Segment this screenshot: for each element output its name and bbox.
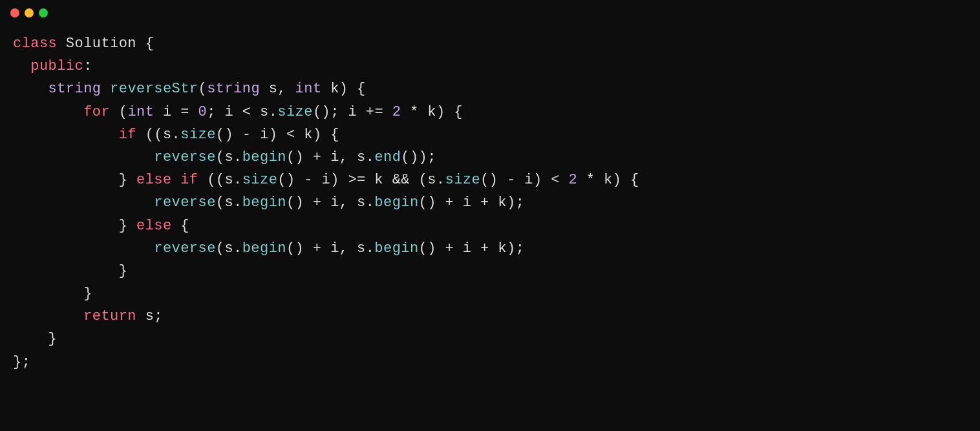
maximize-button[interactable] [39,8,48,17]
code-line-12: } [13,282,967,305]
title-bar [0,0,980,26]
code-line-11: } [13,260,967,282]
code-line-9: } else { [13,215,967,237]
code-line-8: reverse(s.begin() + i, s.begin() + i + k… [13,191,967,214]
minimize-button[interactable] [25,8,34,17]
code-line-7: } else if ((s.size() - i) >= k && (s.siz… [13,169,967,191]
code-editor[interactable]: class Solution { public: string reverseS… [0,26,980,380]
code-window: class Solution { public: string reverseS… [0,0,980,431]
code-line-14: } [13,328,967,350]
code-line-6: reverse(s.begin() + i, s.end()); [13,146,967,169]
code-line-10: reverse(s.begin() + i, s.begin() + i + k… [13,237,967,260]
code-line-2: public: [13,55,967,78]
code-line-1: class Solution { [13,32,967,55]
code-line-4: for (int i = 0; i < s.size(); i += 2 * k… [13,101,967,123]
code-line-5: if ((s.size() - i) < k) { [13,123,967,146]
close-button[interactable] [10,8,19,17]
code-line-15: }; [13,351,967,373]
code-line-3: string reverseStr(string s, int k) { [13,78,967,100]
code-line-13: return s; [13,305,967,328]
